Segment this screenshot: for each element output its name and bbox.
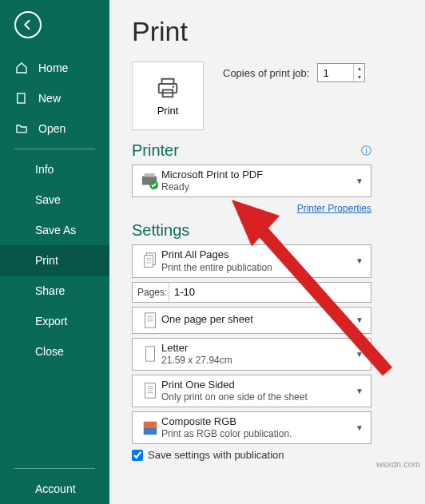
open-icon	[14, 122, 29, 135]
svg-rect-13	[145, 312, 156, 327]
rgb-icon	[139, 419, 161, 437]
nav-home-label: Home	[38, 62, 68, 74]
copies-spinner[interactable]: ▲ ▼	[317, 63, 365, 82]
svg-rect-24	[144, 428, 157, 435]
chevron-down-icon: ▼	[355, 350, 364, 359]
home-icon	[14, 62, 29, 74]
printer-dropdown[interactable]: Microsoft Print to PDF Ready ▼	[132, 165, 371, 197]
printer-icon	[154, 76, 181, 100]
chevron-down-icon: ▼	[355, 315, 364, 324]
svg-rect-0	[18, 93, 25, 103]
printer-section-title: Printer	[132, 141, 179, 160]
nav-new[interactable]: New	[0, 83, 109, 113]
nav-share[interactable]: Share	[0, 276, 109, 306]
printer-ready-icon	[139, 173, 161, 190]
settings-section-head: Settings	[132, 221, 371, 240]
nav-account[interactable]: Account	[0, 474, 109, 504]
chevron-down-icon: ▼	[355, 423, 364, 432]
spinner-down[interactable]: ▼	[354, 73, 364, 81]
sided-dropdown[interactable]: Print One Sided Only print on one side o…	[132, 375, 371, 407]
nav-export[interactable]: Export	[0, 306, 109, 336]
save-with-pub-checkbox[interactable]	[132, 450, 143, 461]
nav-open-label: Open	[38, 122, 66, 135]
one-sided-icon	[139, 381, 161, 400]
spinner-arrows: ▲ ▼	[353, 64, 364, 81]
print-button-label: Print	[157, 105, 179, 117]
nav-close[interactable]: Close	[0, 336, 109, 367]
print-big-button[interactable]: Print	[132, 62, 204, 130]
printer-status: Ready	[161, 181, 355, 193]
pages-label: Pages:	[133, 283, 169, 302]
back-button[interactable]	[14, 11, 42, 38]
watermark: wsxdn.com	[376, 459, 420, 469]
paper-size-dropdown[interactable]: Letter 21.59 x 27.94cm ▼	[132, 338, 371, 371]
nav-info[interactable]: Info	[0, 154, 109, 185]
nav-saveas[interactable]: Save As	[0, 215, 109, 245]
multi-page-icon	[139, 252, 161, 271]
printer-section-head: Printer ⓘ	[132, 141, 371, 160]
main-panel: Print Print Copies of print job: ▲ ▼ Pri…	[109, 0, 425, 504]
copies-input[interactable]	[318, 64, 353, 81]
save-with-pub-label: Save settings with publication	[148, 449, 284, 461]
copies-label: Copies of print job:	[223, 67, 309, 79]
svg-rect-9	[145, 256, 153, 268]
one-page-icon	[139, 311, 161, 330]
page-title: Print	[132, 16, 403, 47]
save-with-pub-row[interactable]: Save settings with publication	[132, 449, 403, 461]
backstage-sidebar: Home New Open Info Save Save As Print Sh…	[0, 0, 109, 504]
new-icon	[14, 92, 29, 105]
page-icon	[139, 344, 161, 363]
info-icon[interactable]: ⓘ	[361, 144, 371, 158]
top-row: Print Copies of print job: ▲ ▼	[132, 62, 403, 130]
svg-rect-23	[144, 421, 157, 427]
svg-rect-6	[145, 173, 155, 177]
nav-divider-2	[14, 468, 95, 469]
back-arrow-icon	[21, 18, 35, 32]
pages-input[interactable]	[169, 283, 371, 302]
copies-row: Copies of print job: ▲ ▼	[223, 63, 365, 82]
svg-rect-17	[146, 347, 155, 361]
spinner-up[interactable]: ▲	[354, 64, 364, 73]
nav-divider	[14, 149, 95, 149]
print-range-dropdown[interactable]: Print All Pages Print the entire publica…	[132, 244, 371, 277]
color-dropdown[interactable]: Composite RGB Print as RGB color publica…	[132, 411, 371, 444]
printer-name: Microsoft Print to PDF	[161, 169, 355, 181]
nav-open[interactable]: Open	[0, 113, 109, 144]
svg-rect-2	[159, 84, 177, 93]
svg-point-4	[173, 85, 175, 88]
printer-props-row: Printer Properties	[132, 200, 371, 215]
nav-home[interactable]: Home	[0, 53, 109, 83]
chevron-down-icon: ▼	[355, 256, 364, 265]
nav-save[interactable]: Save	[0, 185, 109, 215]
nav-new-label: New	[38, 92, 61, 105]
pages-range-row: Pages:	[132, 282, 371, 303]
chevron-down-icon: ▼	[355, 177, 364, 185]
pages-per-sheet-dropdown[interactable]: One page per sheet ▼	[132, 307, 371, 334]
chevron-down-icon: ▼	[355, 387, 364, 395]
settings-section-title: Settings	[132, 221, 189, 240]
printer-properties-link[interactable]: Printer Properties	[297, 203, 371, 214]
nav-print[interactable]: Print	[0, 245, 109, 276]
